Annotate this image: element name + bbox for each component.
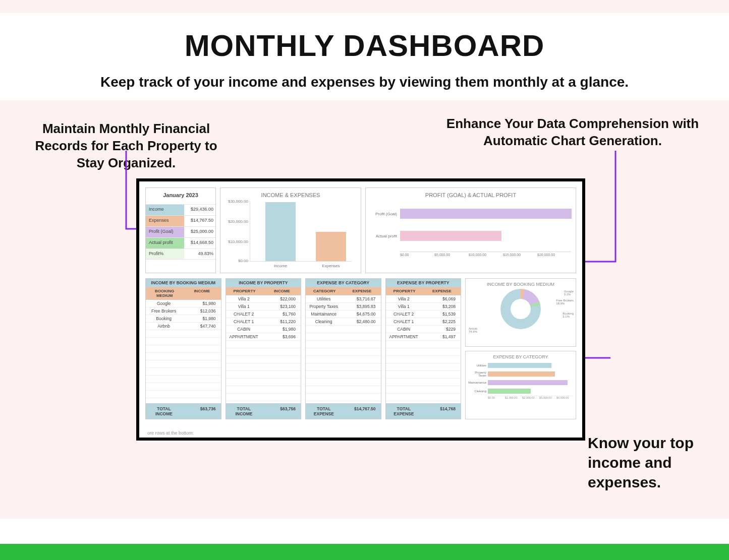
x-tick: $10,000.00	[469, 252, 503, 257]
chart-title: EXPENSE BY CATEGORY	[468, 354, 574, 359]
hbar-actual	[400, 231, 501, 241]
summary-pct-label: Profit%	[146, 249, 184, 259]
x-tick: $3,000.00	[539, 396, 556, 399]
table-row: Utilities$3,716.67	[306, 295, 381, 303]
summary-goal-label: Profit (Goal)	[146, 227, 184, 237]
table-row: CABIN$229	[386, 326, 461, 333]
table-row: Maintainance$4,675.00	[306, 310, 381, 318]
table-row: Airbnb$47,740	[146, 323, 221, 330]
callout-bottom: Know your top income and expenses.	[588, 433, 699, 492]
summary-month: January 2023	[146, 188, 215, 204]
chart-title: PROFIT (GOAL) & ACTUAL PROFIT	[370, 192, 572, 198]
summary-actual-value: $14,668.50	[184, 238, 215, 248]
legend-pct: 18.9%	[556, 302, 565, 305]
x-tick: $4,000.00	[556, 396, 574, 399]
mini-label: Utilities	[468, 364, 488, 367]
footer-note: ore rows at the bottom:	[147, 430, 194, 435]
th: CATEGORY	[306, 287, 343, 295]
summary-card: January 2023 Income$29,436.00 Expenses$1…	[145, 188, 216, 273]
x-tick: $2,000.00	[522, 396, 539, 399]
chart-title: INCOME BY BOOKING MEDIUM	[468, 282, 574, 287]
mini-bar	[488, 363, 551, 368]
page-subtitle: Keep track of your income and expenses b…	[30, 74, 699, 90]
x-tick: $20,000.00	[537, 252, 572, 257]
tf: TOTAL EXPENSE	[386, 404, 422, 419]
x-tick: $1,000.00	[505, 396, 522, 399]
table-row: Villa 2$22,000	[226, 295, 301, 303]
mini-bar	[488, 389, 531, 394]
table-row: Property Taxes$3,895.83	[306, 303, 381, 310]
table-expense-property: EXPENSE BY PROPERTY PROPERTYEXPENSE Vill…	[385, 278, 462, 419]
donut-chart: INCOME BY BOOKING MEDIUM Google3.1% Free…	[465, 278, 576, 347]
th: PROPERTY	[386, 287, 423, 295]
table-title: INCOME BY BOOKING MEDIUM	[146, 279, 221, 287]
y-tick: $20,000.00	[224, 219, 248, 224]
legend-pct: 74.9%	[469, 330, 477, 333]
table-row: CHALET 2$1,539	[386, 310, 461, 318]
tf: TOTAL INCOME	[226, 404, 262, 419]
table-title: EXPENSE BY PROPERTY	[386, 279, 461, 287]
bar-expenses	[316, 232, 346, 261]
profit-chart: PROFIT (GOAL) & ACTUAL PROFIT Profit (Go…	[365, 188, 576, 273]
table-income-property: INCOME BY PROPERTY PROPERTYINCOME Villa …	[226, 278, 302, 419]
summary-pct-value: 49.83%	[184, 249, 215, 259]
x-tick: $5,000.00	[434, 252, 469, 257]
table-row: CHALET 1$2,225	[386, 318, 461, 326]
tf: $14,768	[422, 404, 461, 419]
summary-goal-value: $25,000.00	[184, 227, 215, 237]
page-title: MONTHLY DASHBOARD	[30, 28, 699, 63]
table-row: Google$1,980	[146, 300, 221, 307]
table-title: INCOME BY PROPERTY	[226, 279, 301, 287]
summary-income-label: Income	[146, 205, 184, 215]
table-row: CABIN$1,980	[226, 326, 301, 333]
mini-label: Property Taxes	[468, 371, 488, 377]
bar-label: Income	[265, 264, 296, 268]
bar-label: Expenses	[316, 264, 346, 268]
dashboard-screenshot: January 2023 Income$29,436.00 Expenses$1…	[136, 178, 585, 441]
tf: $63,756	[262, 404, 301, 419]
tf: TOTAL INCOME	[146, 404, 182, 419]
hbar-label: Profit (Goal)	[370, 212, 400, 216]
table-row: CHALET 2$1,760	[226, 310, 301, 318]
th: INCOME	[183, 287, 220, 299]
hbar-goal	[400, 209, 572, 219]
table-title: EXPENSE BY CATEGORY	[306, 279, 381, 287]
callout-right: Enhance Your Data Comprehension with Aut…	[436, 115, 709, 150]
x-tick: $0.00	[400, 252, 434, 257]
green-bar	[0, 544, 729, 560]
legend-pct: 3.1%	[564, 293, 571, 296]
bar-income	[265, 202, 296, 261]
summary-actual-label: Actual profit	[146, 238, 184, 248]
table-row: Villa 1$23,100	[226, 303, 301, 310]
mini-bar	[488, 371, 555, 377]
mini-bar	[488, 380, 568, 385]
summary-expenses-label: Expenses	[146, 216, 184, 226]
tf: TOTAL EXPENSE	[306, 404, 342, 419]
th: PROPERTY	[226, 287, 263, 295]
chart-title: INCOME & EXPENSES	[225, 192, 357, 198]
th: BOOKING MEDIUM	[146, 287, 183, 299]
callout-left: Maintain Monthly Financial Records for E…	[20, 120, 232, 171]
x-tick: $15,000.00	[503, 252, 537, 257]
table-row: Free Brokers$12,036	[146, 307, 221, 315]
tf: $14,767.50	[342, 404, 381, 419]
th: EXPENSE	[423, 287, 461, 295]
table-row: Villa 2$6,069	[386, 295, 461, 303]
table-row: Villa 1$3,208	[386, 303, 461, 310]
income-expenses-chart: INCOME & EXPENSES $30,000.00 $20,000.00 …	[220, 188, 361, 273]
table-expense-category: EXPENSE BY CATEGORY CATEGORYEXPENSE Util…	[305, 278, 381, 419]
tf: $63,736	[182, 404, 221, 419]
table-row: APPARTMENT$3,696	[226, 333, 301, 341]
table-row: Cleaning$2,480.00	[306, 318, 381, 326]
table-row: CHALET 1$11,220	[226, 318, 301, 326]
table-row: APPARTMENT$1,497	[386, 333, 461, 341]
summary-income-value: $29,436.00	[184, 205, 215, 215]
mini-label: Maintainance	[468, 381, 488, 384]
th: EXPENSE	[343, 287, 380, 295]
title-band: MONTHLY DASHBOARD Keep track of your inc…	[0, 13, 729, 100]
th: INCOME	[263, 287, 301, 295]
table-income-booking: INCOME BY BOOKING MEDIUM BOOKING MEDIUMI…	[145, 278, 221, 419]
table-row: Booking$1,980	[146, 315, 221, 323]
mini-label: Cleaning	[468, 390, 488, 393]
x-tick: $0.00	[488, 396, 505, 399]
